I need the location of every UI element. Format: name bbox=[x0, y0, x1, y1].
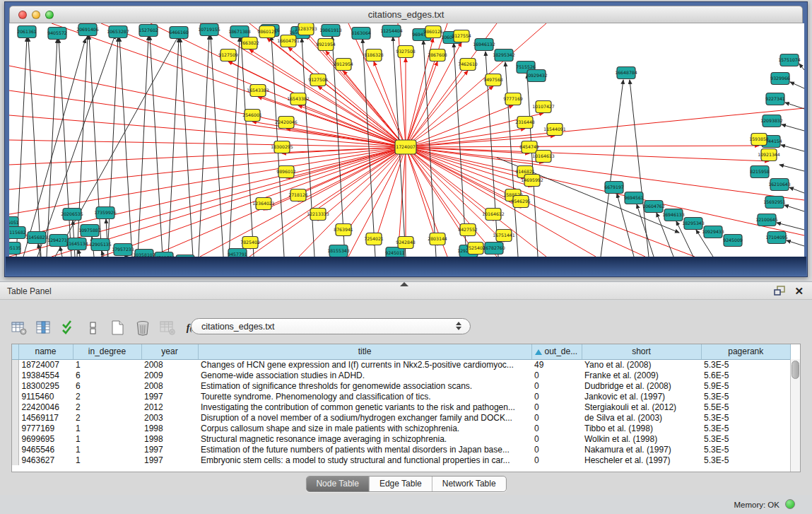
graph-node[interactable]: 8186328 bbox=[364, 49, 384, 62]
table-cell[interactable]: Investigating the contribution of common… bbox=[198, 402, 531, 412]
graph-node[interactable]: 10653287 bbox=[107, 26, 129, 38]
table-cell[interactable]: Genome-wide association studies in ADHD. bbox=[198, 370, 531, 380]
table-cell[interactable]: de Silva et al. (2003) bbox=[582, 412, 701, 423]
table-cell[interactable]: 5.3E-5 bbox=[701, 359, 791, 370]
table-row[interactable]: 946554611997Estimation of the future num… bbox=[12, 444, 791, 455]
graph-node[interactable]: 1115682 bbox=[9, 227, 26, 239]
table-cell[interactable]: 2008 bbox=[141, 380, 198, 391]
table-row[interactable]: 1872400712008Changes of HCN gene express… bbox=[12, 359, 791, 370]
table-cell[interactable]: 2012 bbox=[141, 402, 198, 412]
graph-node[interactable]: 9405572 bbox=[47, 28, 67, 40]
table-cell[interactable]: 5.3E-5 bbox=[701, 455, 791, 465]
table-cell[interactable]: Embryonic stem cells: a model to study s… bbox=[198, 455, 531, 465]
graph-node[interactable]: 11544091 bbox=[543, 124, 566, 136]
table-cell[interactable]: Corpus callosum shape and size in male p… bbox=[198, 423, 531, 433]
graph-node[interactable]: 2803144 bbox=[428, 233, 447, 245]
graph-node[interactable]: 9860125 bbox=[257, 26, 277, 38]
scrollbar-thumb[interactable] bbox=[792, 361, 799, 379]
graph-node[interactable]: 9860126 bbox=[423, 26, 443, 38]
graph-node[interactable]: 7663822 bbox=[240, 37, 259, 49]
graph-node[interactable]: 10929433 bbox=[702, 226, 724, 238]
table-cell[interactable]: 18300295 bbox=[18, 380, 73, 391]
graph-node[interactable]: 7254021 bbox=[364, 233, 384, 245]
node-table[interactable]: namein_degreeyeartitleout_de...shortpage… bbox=[11, 344, 801, 472]
table-cell[interactable]: 0 bbox=[531, 412, 582, 423]
table-cell[interactable]: 22420046 bbox=[18, 402, 73, 412]
graph-node[interactable]: 8163064 bbox=[351, 28, 371, 40]
graph-node[interactable]: 11254404 bbox=[380, 25, 403, 37]
table-cell[interactable]: 1 bbox=[73, 433, 141, 444]
table-columns-icon[interactable] bbox=[35, 319, 53, 337]
close-panel-icon[interactable]: ✕ bbox=[794, 286, 804, 296]
graph-node[interactable]: 12364021 bbox=[252, 198, 275, 210]
table-cell[interactable]: 9465546 bbox=[18, 444, 73, 455]
table-row[interactable]: 2242004622012Investigating the contribut… bbox=[12, 402, 791, 412]
table-row[interactable]: 911546021997Tourette syndrome. Phenomeno… bbox=[12, 391, 791, 402]
table-cell[interactable]: Nakamura et al. (1997) bbox=[582, 444, 701, 455]
tab-node-table[interactable]: Node Table bbox=[306, 477, 369, 491]
table-cell[interactable]: 5.6E-5 bbox=[701, 370, 791, 380]
graph-node[interactable]: 11645134 bbox=[66, 238, 88, 250]
graph-node[interactable]: 2546001 bbox=[242, 110, 262, 122]
tab-edge-table[interactable]: Edge Table bbox=[369, 477, 432, 491]
table-cell[interactable]: 9777169 bbox=[18, 423, 73, 433]
graph-node[interactable]: 7525402 bbox=[466, 243, 486, 255]
graph-node[interactable]: 8912954 bbox=[334, 59, 353, 71]
table-cell[interactable]: 0 bbox=[531, 402, 582, 412]
table-cell[interactable]: 9463627 bbox=[18, 455, 73, 465]
memory-ok-icon[interactable] bbox=[785, 499, 795, 509]
table-cell[interactable]: 1 bbox=[73, 359, 141, 370]
graph-node[interactable]: 15751074 bbox=[778, 54, 801, 66]
table-cell[interactable]: 14569117 bbox=[18, 412, 73, 423]
graph-node[interactable]: 16543383 bbox=[247, 85, 269, 97]
graph-node[interactable]: 12213333 bbox=[307, 209, 329, 221]
graph-node[interactable]: 7462610 bbox=[458, 59, 478, 71]
table-cell[interactable]: Disruption of a novel member of a sodium… bbox=[198, 412, 531, 423]
table-cell[interactable]: 1997 bbox=[141, 391, 198, 402]
table-cell[interactable]: Jankovic et al. (1997) bbox=[582, 391, 701, 402]
table-cell[interactable]: 49 bbox=[531, 359, 582, 370]
column-header-pagerank[interactable]: pagerank bbox=[701, 344, 791, 359]
table-cell[interactable]: 2008 bbox=[141, 359, 198, 370]
graph-node[interactable]: 9329966 bbox=[770, 73, 790, 85]
table-cell[interactable]: 6 bbox=[73, 370, 141, 380]
graph-node[interactable]: 16946132 bbox=[473, 39, 495, 51]
table-row[interactable]: 969969511998Structural magnetic resonanc… bbox=[12, 433, 791, 444]
table-cell[interactable]: 0 bbox=[531, 444, 582, 455]
graph-node[interactable]: 9245009 bbox=[723, 235, 743, 247]
table-cell[interactable]: 5.3E-5 bbox=[701, 412, 791, 423]
graph-node[interactable]: 18300295 bbox=[271, 141, 293, 153]
graph-node[interactable]: 10604762 bbox=[642, 201, 665, 213]
float-panel-icon[interactable] bbox=[774, 286, 786, 296]
graph-node[interactable]: 10921344 bbox=[758, 149, 780, 161]
column-header-name[interactable]: name bbox=[18, 344, 73, 359]
graph-node[interactable]: 9127508 bbox=[308, 74, 328, 86]
table-cell[interactable]: 0 bbox=[531, 433, 582, 444]
graph-node[interactable]: 10107427 bbox=[532, 101, 555, 113]
table-cell[interactable]: 6 bbox=[73, 380, 141, 391]
table-cell[interactable]: 2009 bbox=[141, 370, 198, 380]
table-cell[interactable]: 19384554 bbox=[18, 370, 73, 380]
graph-node[interactable]: 9227341 bbox=[765, 93, 785, 105]
table-cell[interactable]: 2 bbox=[73, 402, 141, 412]
graph-node[interactable]: 20691406 bbox=[76, 24, 99, 36]
table-cell[interactable]: Yano et al. (2008) bbox=[582, 359, 701, 370]
graph-node[interactable]: 16543382 bbox=[287, 93, 310, 105]
table-cell[interactable]: 9115460 bbox=[18, 391, 73, 402]
column-header-title[interactable]: title bbox=[198, 344, 531, 359]
table-cell[interactable]: 1997 bbox=[141, 444, 198, 455]
table-cell[interactable]: 0 bbox=[531, 455, 582, 465]
table-cell[interactable]: Wolkin et al. (1998) bbox=[582, 433, 701, 444]
citation-network-graph[interactable]: 2061361940557220691406106532871527602646… bbox=[9, 23, 804, 258]
table-cell[interactable]: Estimation of significance thresholds fo… bbox=[198, 380, 531, 391]
graph-node[interactable]: 9497568 bbox=[483, 74, 503, 86]
graph-node[interactable]: 9327508 bbox=[396, 46, 416, 58]
column-header-out_de[interactable]: out_de... bbox=[531, 344, 582, 359]
graph-node[interactable]: 17359926 bbox=[94, 207, 117, 219]
tab-network-table[interactable]: Network Table bbox=[432, 477, 506, 491]
graph-node[interactable]: 10719155 bbox=[198, 24, 220, 36]
graph-node[interactable]: 11456823 bbox=[25, 232, 48, 244]
graph-node[interactable]: 9777169 bbox=[503, 93, 523, 105]
table-cell[interactable]: 1 bbox=[73, 423, 141, 433]
graph-node[interactable]: 10929432 bbox=[525, 70, 548, 82]
